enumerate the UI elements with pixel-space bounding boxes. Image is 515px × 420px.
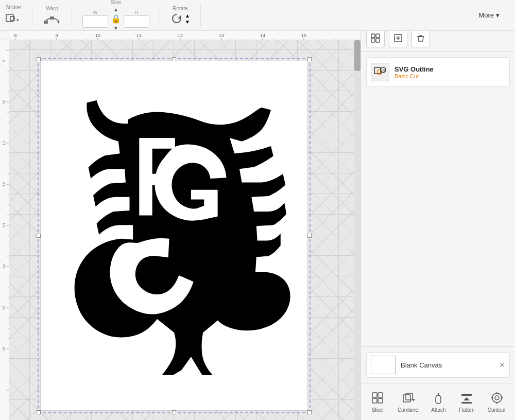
svg-rect-49: [0, 40, 9, 420]
svg-rect-104: [403, 395, 410, 402]
group-layers-button[interactable]: [366, 29, 385, 47]
svg-rect-92: [376, 39, 380, 42]
size-up-btn[interactable]: ▲: [113, 6, 119, 13]
combine-icon: ▾: [401, 391, 415, 405]
attach-label: Attach: [431, 407, 445, 413]
attach-button[interactable]: Attach: [428, 389, 449, 415]
more-label: More: [478, 11, 494, 19]
svg-rect-100: [372, 393, 377, 397]
warp-group: Warp ▾: [43, 6, 61, 25]
divider3: [160, 5, 160, 26]
more-button[interactable]: More ▾: [473, 8, 505, 22]
sf-giants-logo: [53, 84, 295, 388]
svg-text:13: 13: [219, 33, 224, 38]
contour-svg-icon: [490, 391, 504, 405]
layer-name: SVG Outline: [394, 65, 505, 73]
slice-icon: [370, 391, 385, 405]
rotate-label: Rotate: [173, 6, 187, 11]
rotate-icon: [170, 12, 183, 25]
combine-button[interactable]: ▾ Combine: [394, 389, 421, 415]
combine-label: Combine: [398, 407, 418, 413]
svg-text:▾: ▾: [413, 397, 415, 402]
design-canvas: [40, 61, 308, 411]
delete-layer-button[interactable]: [411, 29, 430, 47]
warp-icon: ▾: [43, 12, 61, 25]
svg-rect-90: [376, 34, 380, 38]
svg-text:10: 10: [2, 99, 6, 104]
svg-text:11: 11: [136, 33, 142, 38]
svg-rect-102: [372, 398, 377, 403]
ruler-corner: [0, 31, 9, 40]
svg-text:11: 11: [2, 141, 6, 145]
size-group: Size W ▲ 🔒 ▼ H: [82, 0, 149, 31]
svg-rect-3: [44, 21, 48, 24]
toolbar: Sticker ▾ Warp ▾ Size W ▲: [0, 0, 515, 31]
divider4: [200, 5, 201, 26]
ruler-left: 9 10 11 12 13 14 15 16: [0, 40, 9, 420]
flatten-icon: [459, 391, 474, 405]
add-layer-button[interactable]: [389, 29, 407, 47]
flatten-label: Flatten: [459, 407, 475, 413]
sticker-icon: ▾: [5, 11, 22, 26]
layer-type: Basic Cut: [394, 73, 505, 79]
warp-label: Warp: [46, 6, 58, 11]
svg-text:16: 16: [2, 346, 6, 351]
divider2: [72, 5, 72, 26]
svg-rect-1: [10, 16, 14, 21]
rotate-down-btn[interactable]: ▼: [185, 19, 190, 25]
layer-info: SVG Outline Basic Cut: [394, 65, 505, 79]
slice-label: Slice: [372, 407, 383, 413]
scroll-thumb[interactable]: [354, 40, 360, 71]
svg-marker-109: [464, 397, 470, 400]
svg-rect-108: [461, 394, 472, 396]
svg-text:14: 14: [260, 33, 265, 38]
svg-rect-89: [371, 34, 375, 38]
panel-bottom-tools: Slice ▾ Combine Attach: [361, 383, 515, 420]
svg-rect-110: [461, 402, 472, 404]
height-input[interactable]: [124, 15, 149, 28]
svg-text:9: 9: [2, 59, 6, 62]
rotate-group: Rotate ▲ ▼: [170, 6, 190, 25]
svg-text:▾: ▾: [57, 20, 60, 25]
size-down-btn[interactable]: ▼: [113, 25, 119, 31]
sticker-label: Sticker: [6, 5, 22, 10]
ruler-left-svg: 9 10 11 12 13 14 15 16: [0, 40, 9, 420]
svg-rect-91: [371, 39, 375, 42]
sticker-group: Sticker ▾: [5, 5, 22, 26]
blank-canvas-label: Blank Canvas: [401, 361, 442, 369]
slice-button[interactable]: Slice: [367, 389, 388, 415]
rotate-up-btn[interactable]: ▲: [185, 13, 190, 19]
layer-thumb-icon: SF: [373, 65, 387, 79]
blank-canvas-section: Blank Canvas ✕: [361, 346, 515, 383]
svg-text:10: 10: [95, 33, 100, 38]
canvas-area[interactable]: [9, 40, 360, 420]
w-label: W: [93, 10, 98, 15]
flatten-button[interactable]: Flatten: [456, 389, 478, 415]
right-panel: Layers Color Sync ✕: [360, 0, 515, 420]
flatten-svg-icon: [460, 391, 473, 405]
add-layer-icon: [393, 33, 403, 43]
svg-text:▾: ▾: [16, 18, 19, 23]
svg-text:13: 13: [2, 223, 6, 227]
ruler-top: 8 9 10 11 12 13 14 15: [0, 31, 360, 40]
divider1: [32, 5, 32, 26]
svg-rect-101: [378, 393, 383, 397]
contour-icon: [490, 391, 504, 405]
blank-canvas-close-button[interactable]: ✕: [499, 361, 505, 369]
layer-item-svg-outline[interactable]: SF SVG Outline Basic Cut: [366, 57, 510, 87]
contour-button[interactable]: Contour: [485, 389, 509, 415]
blank-canvas-item[interactable]: Blank Canvas ✕: [366, 352, 510, 378]
svg-rect-105: [406, 393, 413, 400]
lock-icon: 🔒: [111, 14, 121, 24]
svg-point-111: [492, 393, 502, 402]
combine-svg-icon: ▾: [401, 391, 415, 405]
scrollbar[interactable]: [354, 40, 360, 420]
contour-label: Contour: [488, 407, 506, 413]
layer-thumbnail: SF: [371, 63, 389, 81]
attach-svg-icon: [432, 391, 445, 405]
svg-text:15: 15: [301, 33, 306, 38]
svg-text:14: 14: [2, 264, 6, 269]
width-input[interactable]: [82, 15, 108, 28]
slice-svg-icon: [371, 391, 384, 405]
svg-text:8: 8: [14, 33, 16, 38]
